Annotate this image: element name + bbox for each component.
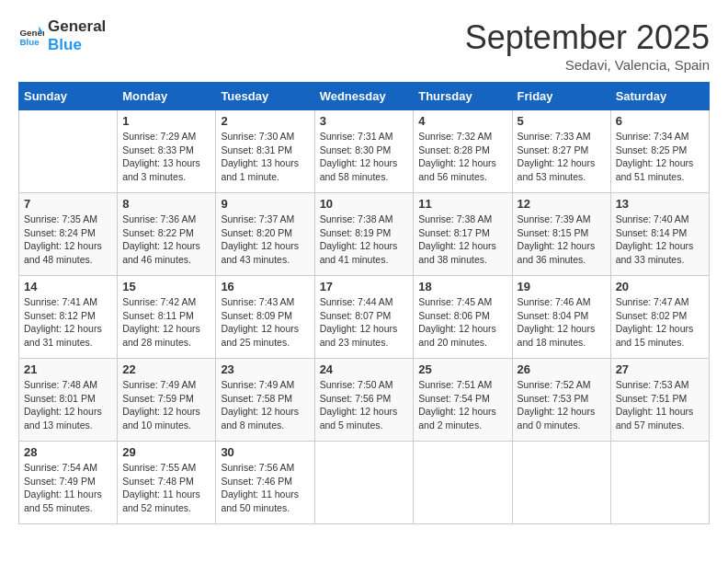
- day-number: 7: [24, 197, 112, 211]
- day-number: 25: [418, 362, 506, 376]
- day-number: 21: [24, 362, 112, 376]
- day-info: Sunrise: 7:53 AMSunset: 7:51 PMDaylight:…: [616, 378, 704, 432]
- calendar-cell: [610, 442, 709, 524]
- day-info: Sunrise: 7:37 AMSunset: 8:20 PMDaylight:…: [221, 213, 309, 267]
- day-info: Sunrise: 7:39 AMSunset: 8:15 PMDaylight:…: [518, 213, 606, 267]
- day-number: 24: [320, 362, 409, 376]
- calendar-cell: 11Sunrise: 7:38 AMSunset: 8:17 PMDayligh…: [414, 193, 512, 276]
- day-info: Sunrise: 7:38 AMSunset: 8:17 PMDaylight:…: [418, 213, 506, 267]
- day-number: 10: [320, 197, 409, 211]
- calendar-cell: 16Sunrise: 7:43 AMSunset: 8:09 PMDayligh…: [216, 276, 314, 359]
- logo-blue-text: Blue: [48, 36, 82, 53]
- day-number: 8: [122, 197, 210, 211]
- calendar-table: SundayMondayTuesdayWednesdayThursdayFrid…: [18, 82, 710, 524]
- week-row-1: 1Sunrise: 7:29 AMSunset: 8:33 PMDaylight…: [19, 110, 710, 193]
- weekday-header-row: SundayMondayTuesdayWednesdayThursdayFrid…: [19, 83, 710, 110]
- weekday-header-saturday: Saturday: [610, 83, 709, 110]
- day-info: Sunrise: 7:50 AMSunset: 7:56 PMDaylight:…: [320, 378, 409, 432]
- day-number: 4: [418, 114, 506, 128]
- weekday-header-wednesday: Wednesday: [314, 83, 414, 110]
- day-info: Sunrise: 7:46 AMSunset: 8:04 PMDaylight:…: [518, 295, 606, 350]
- day-info: Sunrise: 7:45 AMSunset: 8:06 PMDaylight:…: [418, 295, 506, 350]
- calendar-cell: 3Sunrise: 7:31 AMSunset: 8:30 PMDaylight…: [314, 110, 414, 193]
- day-info: Sunrise: 7:51 AMSunset: 7:54 PMDaylight:…: [418, 378, 506, 432]
- day-number: 17: [320, 280, 409, 293]
- day-number: 14: [24, 280, 112, 293]
- calendar-cell: 7Sunrise: 7:35 AMSunset: 8:24 PMDaylight…: [19, 193, 118, 276]
- calendar-cell: [19, 110, 118, 193]
- calendar-cell: [314, 442, 414, 524]
- day-number: 16: [221, 280, 309, 293]
- calendar-cell: 15Sunrise: 7:42 AMSunset: 8:11 PMDayligh…: [118, 276, 216, 359]
- day-info: Sunrise: 7:34 AMSunset: 8:25 PMDaylight:…: [616, 130, 704, 184]
- calendar-cell: 25Sunrise: 7:51 AMSunset: 7:54 PMDayligh…: [414, 359, 512, 442]
- day-info: Sunrise: 7:36 AMSunset: 8:22 PMDaylight:…: [122, 213, 210, 267]
- day-info: Sunrise: 7:42 AMSunset: 8:11 PMDaylight:…: [122, 295, 210, 350]
- calendar-cell: 10Sunrise: 7:38 AMSunset: 8:19 PMDayligh…: [314, 193, 414, 276]
- weekday-header-sunday: Sunday: [19, 83, 118, 110]
- calendar-cell: 23Sunrise: 7:49 AMSunset: 7:58 PMDayligh…: [216, 359, 314, 442]
- calendar-cell: [414, 442, 512, 524]
- weekday-header-monday: Monday: [118, 83, 216, 110]
- day-info: Sunrise: 7:40 AMSunset: 8:14 PMDaylight:…: [616, 213, 704, 267]
- page-header: General Blue General Blue September 2025…: [18, 18, 710, 73]
- calendar-cell: 24Sunrise: 7:50 AMSunset: 7:56 PMDayligh…: [314, 359, 414, 442]
- day-info: Sunrise: 7:41 AMSunset: 8:12 PMDaylight:…: [24, 295, 112, 350]
- calendar-cell: 6Sunrise: 7:34 AMSunset: 8:25 PMDaylight…: [610, 110, 709, 193]
- day-info: Sunrise: 7:55 AMSunset: 7:48 PMDaylight:…: [122, 461, 210, 515]
- calendar-cell: 19Sunrise: 7:46 AMSunset: 8:04 PMDayligh…: [512, 276, 610, 359]
- day-number: 15: [122, 280, 210, 293]
- calendar-cell: 27Sunrise: 7:53 AMSunset: 7:51 PMDayligh…: [610, 359, 709, 442]
- day-info: Sunrise: 7:31 AMSunset: 8:30 PMDaylight:…: [320, 130, 409, 184]
- month-title: September 2025: [465, 18, 710, 57]
- day-number: 11: [418, 197, 506, 211]
- day-number: 23: [221, 362, 309, 376]
- day-info: Sunrise: 7:38 AMSunset: 8:19 PMDaylight:…: [320, 213, 409, 267]
- weekday-header-tuesday: Tuesday: [216, 83, 314, 110]
- calendar-cell: 18Sunrise: 7:45 AMSunset: 8:06 PMDayligh…: [414, 276, 512, 359]
- day-number: 2: [221, 114, 309, 128]
- day-number: 1: [122, 114, 210, 128]
- day-info: Sunrise: 7:33 AMSunset: 8:27 PMDaylight:…: [518, 130, 606, 184]
- day-number: 22: [122, 362, 210, 376]
- calendar-cell: 20Sunrise: 7:47 AMSunset: 8:02 PMDayligh…: [610, 276, 709, 359]
- calendar-cell: 22Sunrise: 7:49 AMSunset: 7:59 PMDayligh…: [118, 359, 216, 442]
- day-number: 19: [518, 280, 606, 293]
- day-number: 5: [518, 114, 606, 128]
- day-number: 18: [418, 280, 506, 293]
- logo-icon: General Blue: [18, 23, 44, 49]
- day-number: 3: [320, 114, 409, 128]
- day-info: Sunrise: 7:49 AMSunset: 7:59 PMDaylight:…: [122, 378, 210, 432]
- day-number: 26: [518, 362, 606, 376]
- week-row-5: 28Sunrise: 7:54 AMSunset: 7:49 PMDayligh…: [19, 442, 710, 524]
- calendar-cell: 8Sunrise: 7:36 AMSunset: 8:22 PMDaylight…: [118, 193, 216, 276]
- title-block: September 2025 Sedavi, Valencia, Spain: [465, 18, 710, 73]
- day-info: Sunrise: 7:49 AMSunset: 7:58 PMDaylight:…: [221, 378, 309, 432]
- day-info: Sunrise: 7:47 AMSunset: 8:02 PMDaylight:…: [616, 295, 704, 350]
- weekday-header-thursday: Thursday: [414, 83, 512, 110]
- day-number: 29: [122, 445, 210, 459]
- day-number: 27: [616, 362, 704, 376]
- day-info: Sunrise: 7:32 AMSunset: 8:28 PMDaylight:…: [418, 130, 506, 184]
- location-subtitle: Sedavi, Valencia, Spain: [465, 57, 710, 73]
- calendar-cell: 1Sunrise: 7:29 AMSunset: 8:33 PMDaylight…: [118, 110, 216, 193]
- day-number: 30: [221, 445, 309, 459]
- week-row-2: 7Sunrise: 7:35 AMSunset: 8:24 PMDaylight…: [19, 193, 710, 276]
- calendar-cell: 14Sunrise: 7:41 AMSunset: 8:12 PMDayligh…: [19, 276, 118, 359]
- day-number: 12: [518, 197, 606, 211]
- calendar-cell: 29Sunrise: 7:55 AMSunset: 7:48 PMDayligh…: [118, 442, 216, 524]
- calendar-cell: [512, 442, 610, 524]
- day-info: Sunrise: 7:56 AMSunset: 7:46 PMDaylight:…: [221, 461, 309, 515]
- day-info: Sunrise: 7:30 AMSunset: 8:31 PMDaylight:…: [221, 130, 309, 184]
- calendar-cell: 9Sunrise: 7:37 AMSunset: 8:20 PMDaylight…: [216, 193, 314, 276]
- weekday-header-friday: Friday: [512, 83, 610, 110]
- week-row-4: 21Sunrise: 7:48 AMSunset: 8:01 PMDayligh…: [19, 359, 710, 442]
- logo-general-text: General: [48, 18, 106, 36]
- calendar-cell: 13Sunrise: 7:40 AMSunset: 8:14 PMDayligh…: [610, 193, 709, 276]
- day-number: 6: [616, 114, 704, 128]
- day-number: 9: [221, 197, 309, 211]
- calendar-cell: 30Sunrise: 7:56 AMSunset: 7:46 PMDayligh…: [216, 442, 314, 524]
- day-info: Sunrise: 7:52 AMSunset: 7:53 PMDaylight:…: [518, 378, 606, 432]
- calendar-cell: 2Sunrise: 7:30 AMSunset: 8:31 PMDaylight…: [216, 110, 314, 193]
- day-info: Sunrise: 7:29 AMSunset: 8:33 PMDaylight:…: [122, 130, 210, 184]
